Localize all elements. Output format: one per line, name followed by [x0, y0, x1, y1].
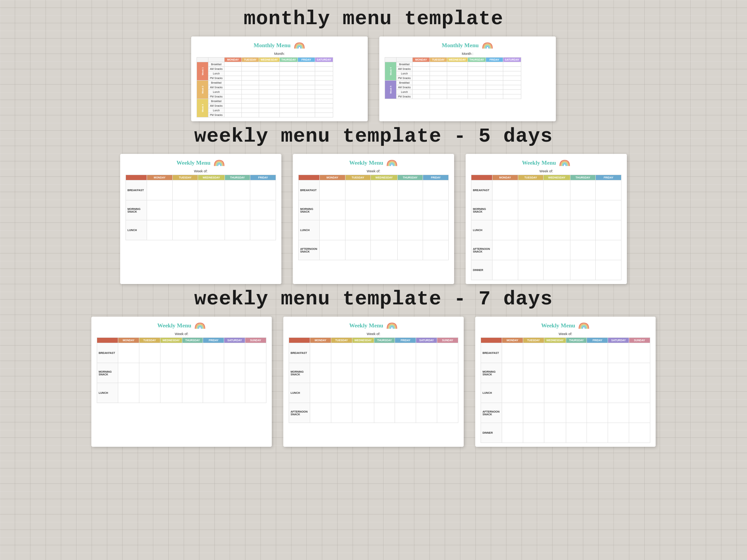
- rainbow-icon-8: [578, 321, 590, 330]
- weekly5-card3-title: Weekly Menu: [522, 160, 556, 166]
- w7t3-afternoon-snack: AFTERNOONSNACK: [481, 403, 502, 423]
- w7t3-col-fri: FRIDAY: [587, 338, 608, 343]
- w7t1-lunch: LUNCH: [97, 383, 118, 403]
- monthly-card2-title-row: Monthly Menu: [385, 41, 550, 50]
- week4-label: Week 4: [385, 62, 397, 81]
- wt2-lunch: LUNCH: [299, 220, 320, 240]
- section-weekly5: weekly menu template - 5 days Weekly Men…: [15, 125, 732, 288]
- wt2-col-thu: THURSDAY: [397, 175, 423, 180]
- w7t3-col-empty: [481, 338, 502, 343]
- w7t3-dinner: DINNER: [481, 423, 502, 443]
- w7t2-col-thu: THURSDAY: [374, 338, 395, 343]
- section-weekly7: weekly menu template - 7 days Weekly Men…: [15, 288, 732, 451]
- weekly5-table-1: MONDAY TUESDAY WEDNESDAY THURSDAY FRIDAY…: [126, 175, 276, 240]
- week5-label: Week 5: [385, 81, 397, 99]
- week3-label: Week 3: [197, 99, 208, 117]
- wt1-col-fri: FRIDAY: [250, 175, 276, 180]
- wt2-breakfast: BREAKFAST: [299, 180, 320, 200]
- wt1-col-wed: WEDNESDAY: [198, 175, 225, 180]
- w7t2-afternoon-snack: AFTERNOONSNACK: [289, 403, 310, 423]
- col-friday-2: FRIDAY: [486, 58, 503, 62]
- wt1-col-tue: TUESDAY: [172, 175, 198, 180]
- rainbow-icon-5: [559, 159, 570, 167]
- w7t3-col-sun: SUNDAY: [629, 338, 650, 343]
- w7t2-breakfast: BREAKFAST: [289, 343, 310, 363]
- wt1-col-empty: [126, 175, 147, 180]
- w7t3-morning-snack: MORNINGSNACK: [481, 363, 502, 383]
- col-tuesday-1: TUESDAY: [241, 58, 259, 62]
- w7t3-col-sat: SATURDAY: [608, 338, 629, 343]
- weekly5-card-1: Weekly Menu Week of: MONDAY TUESD: [120, 154, 281, 284]
- weekly5-card2-title: Weekly Menu: [349, 160, 383, 166]
- w7t3-lunch: LUNCH: [481, 383, 502, 403]
- w7t2-col-sun: SUNDAY: [437, 338, 458, 343]
- wt3-col-tue: TUESDAY: [518, 175, 544, 180]
- weekly7-card2-title-row: Weekly Menu: [289, 321, 458, 330]
- weekly7-table-3: MONDAY TUESDAY WEDNESDAY THURSDAY FRIDAY…: [481, 337, 650, 443]
- wt1-morning-snack: MORNINGSNACK: [126, 200, 147, 220]
- wt3-col-fri: FRIDAY: [596, 175, 621, 180]
- rainbow-icon-2: [482, 41, 493, 50]
- wt2-col-fri: FRIDAY: [423, 175, 449, 180]
- wt1-col-mon: MONDAY: [147, 175, 173, 180]
- w7t1-breakfast: BREAKFAST: [97, 343, 118, 363]
- w7t3-breakfast: BREAKFAST: [481, 343, 502, 363]
- rainbow-icon-4: [386, 159, 398, 167]
- wt2-col-wed: WEDNESDAY: [371, 175, 397, 180]
- w7t2-col-mon: MONDAY: [310, 338, 331, 343]
- meal-breakfast-w1: Breakfast: [208, 62, 225, 67]
- monthly-card2-title: Monthly Menu: [442, 42, 479, 49]
- wt3-breakfast: BREAKFAST: [471, 180, 492, 200]
- col-friday-1: FRIDAY: [298, 58, 315, 62]
- monthly-card1-title: Monthly Menu: [254, 42, 291, 49]
- col-thursday-1: THURSDAY: [279, 58, 297, 62]
- weekly7-card3-weekof: Week of:: [481, 332, 650, 336]
- weekly7-card2-title: Weekly Menu: [349, 322, 383, 329]
- w7t3-col-wed: WEDNESDAY: [544, 338, 566, 343]
- w7t1-col-thu: THURSDAY: [182, 338, 203, 343]
- meal-pmsnack-w1: PM Snacks: [208, 76, 225, 81]
- wt3-col-empty: [471, 175, 492, 180]
- weekly5-card1-title: Weekly Menu: [177, 160, 211, 166]
- weekly7-card-2: Weekly Menu Week of: MONDAY TUESD: [283, 317, 464, 447]
- weekly7-card1-title-row: Weekly Menu: [97, 321, 266, 330]
- weekly7-card-3: Weekly Menu Week of: MONDAY TUESD: [475, 317, 656, 447]
- wt3-lunch: LUNCH: [471, 220, 492, 240]
- weekly5-card3-weekof: Week of:: [471, 169, 621, 173]
- monthly-card1-title-row: Monthly Menu: [197, 41, 362, 50]
- wt3-col-wed: WEDNESDAY: [544, 175, 570, 180]
- weekly5-title: weekly menu template - 5 days: [15, 125, 732, 148]
- wt2-col-tue: TUESDAY: [345, 175, 371, 180]
- meal-breakfast-w2: Breakfast: [208, 81, 225, 85]
- w7t1-col-empty: [97, 338, 118, 343]
- monthly-card1-month-label: Month:: [197, 52, 362, 56]
- w7t1-col-sat: SATURDAY: [224, 338, 245, 343]
- weekly7-table-2: MONDAY TUESDAY WEDNESDAY THURSDAY FRIDAY…: [289, 337, 458, 423]
- col-monday-1: MONDAY: [224, 58, 241, 62]
- w7t2-col-wed: WEDNESDAY: [352, 338, 374, 343]
- w7t3-col-mon: MONDAY: [502, 338, 523, 343]
- monthly-card2-month-label: Month :: [385, 52, 550, 56]
- wt1-lunch: LUNCH: [126, 220, 147, 240]
- weekly5-table-3: MONDAY TUESDAY WEDNESDAY THURSDAY FRIDAY…: [471, 175, 621, 280]
- rainbow-icon-3: [213, 159, 225, 167]
- monthly-card-1: Monthly Menu Month: MONDAY: [191, 36, 368, 121]
- weekly7-card2-weekof: Week of:: [289, 332, 458, 336]
- rainbow-icon-6: [194, 321, 206, 330]
- wt3-col-thu: THURSDAY: [570, 175, 596, 180]
- weekly5-card1-title-row: Weekly Menu: [126, 159, 276, 167]
- wt2-col-empty: [299, 175, 320, 180]
- w7t3-col-tue: TUESDAY: [523, 338, 544, 343]
- weekly7-card-1: Weekly Menu Week of: MONDAY TUESD: [91, 317, 272, 447]
- weekly5-cards-row: Weekly Menu Week of: MONDAY TUESD: [15, 154, 732, 284]
- wt1-col-thu: THURSDAY: [225, 175, 250, 180]
- weekly5-table-2: MONDAY TUESDAY WEDNESDAY THURSDAY FRIDAY…: [298, 175, 449, 260]
- weekly5-card-3: Weekly Menu Week of: MONDAY TUESD: [466, 154, 627, 284]
- rainbow-icon-1: [294, 41, 305, 50]
- wt3-dinner: DINNER: [471, 260, 492, 280]
- weekly7-title: weekly menu template - 7 days: [15, 288, 732, 311]
- monthly-cards-row: Monthly Menu Month: MONDAY: [15, 36, 732, 121]
- monthly-title: monthly menu template: [15, 8, 732, 30]
- wt3-afternoon-snack: AFTERNOONSNACK: [471, 240, 492, 260]
- wt3-col-mon: MONDAY: [492, 175, 518, 180]
